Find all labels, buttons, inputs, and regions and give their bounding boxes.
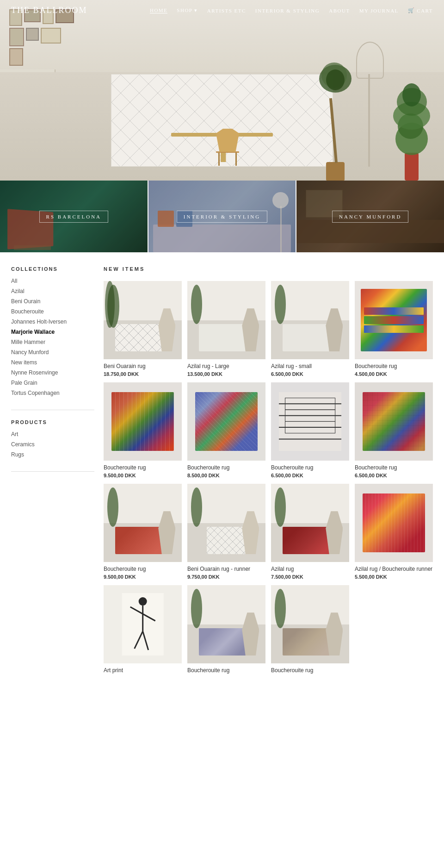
product-thumb-10 (271, 484, 349, 562)
collections-title: COLLECTIONS (11, 266, 94, 272)
product-price-6: 6.500,00 DKK (271, 473, 349, 478)
collection-marjorie[interactable]: Marjorie Wallace (11, 328, 94, 336)
product-card-9[interactable]: Beni Ouarain rug - runner 9.750,00 DKK (187, 484, 265, 580)
promo-nancy[interactable]: NANCY MUNFORD (296, 181, 444, 252)
nav-interior[interactable]: INTERIOR & STYLING (255, 8, 320, 13)
product-price-8: 9.500,00 DKK (104, 574, 182, 580)
product-name-3: Boucherouite rug (355, 363, 433, 369)
collection-new[interactable]: New items (11, 359, 94, 366)
product-area: NEW ITEMS Beni Ouarain rug 18.750,00 DKK (104, 266, 433, 675)
sidebar-divider-2 (11, 471, 94, 472)
promo-3-label: NANCY MUNFORD (332, 211, 408, 223)
product-card-2[interactable]: Azilal rug - small 6.500,00 DKK (271, 281, 349, 377)
product-thumb-1 (187, 281, 265, 359)
main-nav: HOME SHOP ▾ ARTISTS ETC INTERIOR & STYLI… (150, 7, 433, 13)
product-thumb-6 (271, 382, 349, 461)
product-grid: Beni Ouarain rug 18.750,00 DKK Azilal ru… (104, 281, 433, 675)
product-thumb-4 (104, 382, 182, 461)
collection-beni-ourain[interactable]: Beni Ourain (11, 298, 94, 305)
product-name-14: Boucherouite rug (271, 667, 349, 674)
product-rugs[interactable]: Rugs (11, 451, 94, 458)
product-name-8: Boucherouite rug (104, 566, 182, 572)
product-price-2: 6.500,00 DKK (271, 371, 349, 377)
products-list: Art Ceramics Rugs (11, 431, 94, 458)
product-card-6[interactable]: Boucherouite rug 6.500,00 DKK (271, 382, 349, 478)
site-logo[interactable]: THE BALLROOM (11, 6, 87, 15)
product-name-10: Azilal rug (271, 566, 349, 572)
product-card-4[interactable]: Boucherouite rug 9.500,00 DKK (104, 382, 182, 478)
product-card-0[interactable]: Beni Ouarain rug 18.750,00 DKK (104, 281, 182, 377)
product-name-6: Boucherouite rug (271, 464, 349, 471)
product-name-13: Boucherouite rug (187, 667, 265, 674)
sidebar: COLLECTIONS All Azilal Beni Ourain Bouch… (11, 266, 94, 675)
product-name-4: Boucherouite rug (104, 464, 182, 471)
collection-azilal[interactable]: Azilal (11, 287, 94, 295)
product-price-4: 9.500,00 DKK (104, 473, 182, 478)
product-name-5: Boucherouite rug (187, 464, 265, 471)
collection-johannes[interactable]: Johannes Holt-Iversen (11, 318, 94, 325)
product-card-1[interactable]: Azilal rug - Large 13.500,00 DKK (187, 281, 265, 377)
collection-mille[interactable]: Mille Hammer (11, 338, 94, 346)
new-items-title: NEW ITEMS (104, 266, 433, 272)
hero-banner (0, 0, 444, 181)
product-card-5[interactable]: Boucherouite rug 8.500,00 DKK (187, 382, 265, 478)
product-price-10: 7.500,00 DKK (271, 574, 349, 580)
product-card-7[interactable]: Boucherouite rug 6.500,00 DKK (355, 382, 433, 478)
product-card-13[interactable]: Boucherouite rug (187, 585, 265, 675)
collection-all[interactable]: All (11, 277, 94, 285)
cart-button[interactable]: 🛒 CART (408, 7, 433, 13)
promo-interior[interactable]: INTERIOR & STYLING (148, 181, 297, 252)
product-thumb-0 (104, 281, 182, 359)
promo-banners: RS BARCELONA INTERIOR & STYLING NANCY MU… (0, 181, 444, 252)
products-title: PRODUCTS (11, 419, 94, 425)
collections-list: All Azilal Beni Ourain Boucherouite Joha… (11, 277, 94, 397)
product-thumb-7 (355, 382, 433, 461)
product-thumb-3 (355, 281, 433, 359)
collection-nynne[interactable]: Nynne Rosenvinge (11, 369, 94, 376)
product-thumb-13 (187, 585, 265, 663)
product-card-3[interactable]: Boucherouite rug 4.500,00 DKK (355, 281, 433, 377)
product-art[interactable]: Art (11, 431, 94, 438)
promo-rs-barcelona[interactable]: RS BARCELONA (0, 181, 148, 252)
product-card-8[interactable]: Boucherouite rug 9.500,00 DKK (104, 484, 182, 580)
product-price-0: 18.750,00 DKK (104, 371, 182, 377)
product-price-3: 4.500,00 DKK (355, 371, 433, 377)
svg-point-12 (138, 597, 147, 606)
product-card-11[interactable]: Azilal rug / Boucherouite runner 5.500,0… (355, 484, 433, 580)
product-name-0: Beni Ouarain rug (104, 363, 182, 369)
product-thumb-9 (187, 484, 265, 562)
product-name-2: Azilal rug - small (271, 363, 349, 369)
product-price-1: 13.500,00 DKK (187, 371, 265, 377)
collection-pale-grain[interactable]: Pale Grain (11, 379, 94, 387)
product-ceramics[interactable]: Ceramics (11, 441, 94, 448)
promo-1-label: RS BARCELONA (39, 211, 108, 223)
nav-about[interactable]: ABOUT (329, 8, 350, 13)
collection-tortus[interactable]: Tortus Copenhagen (11, 389, 94, 397)
product-price-9: 9.750,00 DKK (187, 574, 265, 580)
nav-home[interactable]: HOME (150, 7, 167, 13)
product-card-14[interactable]: Boucherouite rug (271, 585, 349, 675)
product-name-11: Azilal rug / Boucherouite runner (355, 566, 433, 572)
cart-icon: 🛒 (408, 7, 415, 13)
product-name-7: Boucherouite rug (355, 464, 433, 471)
main-content: COLLECTIONS All Azilal Beni Ourain Bouch… (0, 252, 444, 689)
product-thumb-11 (355, 484, 433, 562)
product-card-10[interactable]: Azilal rug 7.500,00 DKK (271, 484, 349, 580)
svg-rect-10 (207, 527, 246, 554)
collection-nancy[interactable]: Nancy Munford (11, 349, 94, 356)
product-thumb-14 (271, 585, 349, 663)
product-price-5: 8.500,00 DKK (187, 473, 265, 478)
sidebar-divider (11, 410, 94, 410)
product-name-12: Art print (104, 667, 182, 674)
nav-journal[interactable]: MY JOURNAL (359, 8, 399, 13)
nav-shop[interactable]: SHOP ▾ (177, 7, 197, 13)
product-thumb-2 (271, 281, 349, 359)
product-card-12[interactable]: Art print (104, 585, 182, 675)
nav-artists[interactable]: ARTISTS ETC (207, 8, 246, 13)
product-name-9: Beni Ouarain rug - runner (187, 566, 265, 572)
product-thumb-8 (104, 484, 182, 562)
product-price-7: 6.500,00 DKK (355, 473, 433, 478)
product-thumb-12 (104, 585, 182, 663)
product-price-11: 5.500,00 DKK (355, 574, 433, 580)
collection-boucherouite[interactable]: Boucherouite (11, 308, 94, 315)
